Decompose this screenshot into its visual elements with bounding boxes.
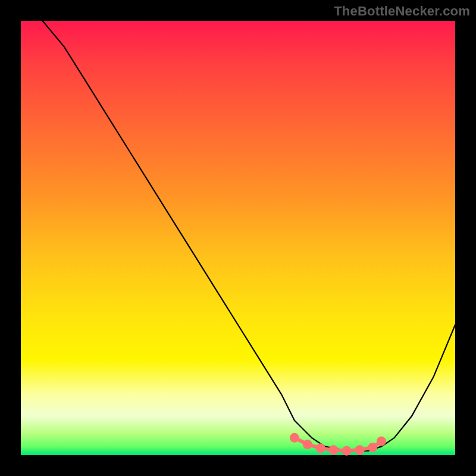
chart-stage: TheBottleNecker.com	[0, 0, 476, 476]
optimal-range	[292, 435, 384, 454]
optimal-range-point	[331, 447, 337, 453]
optimal-range-point	[318, 445, 324, 451]
optimal-range-point	[356, 447, 362, 453]
optimal-range-point	[344, 448, 350, 454]
optimal-range-point	[292, 435, 298, 441]
optimal-range-point	[305, 441, 311, 447]
optimal-range-point	[369, 444, 375, 450]
chart-svg	[21, 21, 455, 455]
bottleneck-curve	[43, 21, 456, 451]
watermark-text: TheBottleNecker.com	[334, 4, 470, 19]
optimal-range-point	[378, 439, 384, 444]
